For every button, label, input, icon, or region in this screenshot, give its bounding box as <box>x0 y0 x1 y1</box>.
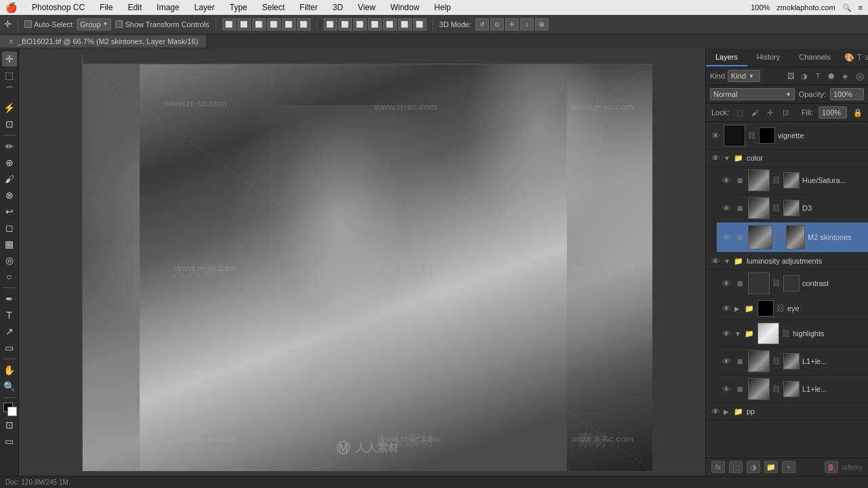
stamp-tool[interactable]: ⊗ <box>2 188 17 203</box>
filter-dropdown[interactable]: Kind ▼ <box>728 70 760 82</box>
gradient-tool[interactable]: ▦ <box>2 237 17 251</box>
pen-tool[interactable]: ✒ <box>2 291 17 306</box>
layer-d3[interactable]: 👁 ▦ ⛓ D3 <box>717 195 868 222</box>
dodge-tool[interactable]: ○ <box>2 269 17 284</box>
heal-tool[interactable]: ⊕ <box>2 155 17 170</box>
tab-close-icon[interactable]: ✕ <box>8 38 14 45</box>
fill-input[interactable]: 100% <box>818 106 847 119</box>
visibility-d3[interactable]: 👁 <box>721 203 732 214</box>
align-bottom-btn[interactable]: ⬜ <box>297 18 311 30</box>
dist-bottom-btn[interactable]: ⬜ <box>398 18 412 30</box>
delete-button[interactable]: 🗑 <box>825 461 838 473</box>
group-arrow-lum[interactable]: ▼ <box>724 258 730 265</box>
history-brush-tool[interactable]: ↩ <box>2 204 17 219</box>
layer-contrast[interactable]: 👁 ▦ ⛓ contrast <box>717 270 868 298</box>
opacity-input[interactable]: 100% <box>830 88 864 100</box>
mask-button[interactable]: ⬚ <box>729 461 743 473</box>
move-tool[interactable]: ✛ <box>2 52 17 66</box>
panel-icon-1[interactable]: 🎨 <box>844 53 854 62</box>
dist-left-btn[interactable]: ⬜ <box>323 18 337 30</box>
align-center-btn[interactable]: ⬜ <box>237 18 251 30</box>
visibility-pp[interactable]: 👁 <box>710 406 721 417</box>
layer-vignette[interactable]: 👁 ⛓ vignette <box>706 122 868 150</box>
layer-color-group[interactable]: 👁 ▼ 📁 color <box>706 150 868 167</box>
visibility-eye[interactable]: 👁 <box>721 303 732 314</box>
menu-filter[interactable]: Filter <box>297 1 321 14</box>
menu-3d[interactable]: 3D <box>330 1 346 14</box>
visibility-hue-sat[interactable]: 👁 <box>721 175 732 186</box>
tab-channels[interactable]: Channels <box>789 49 840 66</box>
zoom-tool[interactable]: 🔍 <box>2 379 17 394</box>
menu-edit[interactable]: Edit <box>125 1 144 14</box>
blend-mode-dropdown[interactable]: Normal ▼ <box>710 88 795 100</box>
visibility-highlights[interactable]: 👁 <box>721 328 732 339</box>
dist-right-btn[interactable]: ⬜ <box>353 18 367 30</box>
quick-mask-btn[interactable]: ⊡ <box>2 418 17 432</box>
align-middle-btn[interactable]: ⬜ <box>282 18 296 30</box>
lock-transparent-btn[interactable]: ⬚ <box>734 106 745 119</box>
new-layer-button[interactable]: + <box>782 461 795 473</box>
text-tool[interactable]: T <box>2 308 17 323</box>
group-arrow-highlights[interactable]: ▼ <box>734 330 741 338</box>
menu-help[interactable]: Help <box>431 1 454 14</box>
dist-center-btn[interactable]: ⬜ <box>338 18 352 30</box>
menu-image[interactable]: Image <box>154 1 182 14</box>
fx-button[interactable]: fx <box>711 461 725 473</box>
layer-l1le-1[interactable]: 👁 ▦ ⛓ L1+le... <box>717 348 868 375</box>
eyedropper-tool[interactable]: ✏ <box>2 139 17 154</box>
eraser-tool[interactable]: ◻ <box>2 220 17 235</box>
type-filter-icon[interactable]: T <box>812 70 823 81</box>
dist-top-btn[interactable]: ⬜ <box>368 18 382 30</box>
layer-m2-skintones[interactable]: 👁 ▦ ⛓ M2 skintones <box>717 222 868 253</box>
menu-type[interactable]: Type <box>226 1 250 14</box>
pixel-filter-icon[interactable]: 🖼 <box>785 70 796 81</box>
adj-filter-icon[interactable]: ◑ <box>799 70 810 81</box>
3d-roll-btn[interactable]: ⊙ <box>490 18 504 30</box>
menu-file[interactable]: File <box>97 1 115 14</box>
filter-toggle[interactable]: ◎ <box>856 70 864 81</box>
shape-tool[interactable]: ▭ <box>2 340 17 355</box>
lock-image-btn[interactable]: 🖌 <box>750 106 760 119</box>
align-right-btn[interactable]: ⬜ <box>252 18 266 30</box>
layer-lum-group[interactable]: 👁 ▼ 📁 luminosity adjustments <box>706 253 868 270</box>
group-arrow-eye[interactable]: ▶ <box>734 305 741 312</box>
path-select-tool[interactable]: ↗ <box>2 324 17 339</box>
dist-mid-btn[interactable]: ⬜ <box>383 18 397 30</box>
transform-controls-checkbox[interactable] <box>115 20 123 28</box>
layer-pp-group[interactable]: 👁 ▶ 📁 pp <box>706 403 868 420</box>
3d-scale-btn[interactable]: ⊞ <box>535 18 549 30</box>
layer-hue-sat[interactable]: 👁 ▦ ⛓ Hue/Satura... <box>717 167 868 195</box>
align-top-btn[interactable]: ⬜ <box>267 18 281 30</box>
lock-position-btn[interactable]: ✛ <box>766 106 776 119</box>
lock-artboard-btn[interactable]: ⊡ <box>781 106 791 119</box>
menu-layer[interactable]: Layer <box>191 1 217 14</box>
align-left-btn[interactable]: ⬜ <box>222 18 236 30</box>
3d-pan-btn[interactable]: ✛ <box>505 18 519 30</box>
shape-filter-icon[interactable]: ⬟ <box>826 70 837 81</box>
menu-photoshop[interactable]: Photoshop CC <box>29 1 87 14</box>
canvas[interactable]: www.rr-sc.com www.rr-sc.com www.rr-sc.co… <box>83 64 652 471</box>
layer-eye-group[interactable]: 👁 ▶ 📁 ⛓ eye <box>717 298 868 320</box>
visibility-l1le-1[interactable]: 👁 <box>721 356 732 367</box>
dist-space-btn[interactable]: ⬜ <box>413 18 427 30</box>
group-arrow-pp[interactable]: ▶ <box>724 408 730 415</box>
foreground-color[interactable] <box>2 401 17 416</box>
layer-l1le-2[interactable]: 👁 ▦ ⛓ L1+le... <box>717 375 868 403</box>
3d-slide-btn[interactable]: ↕ <box>520 18 534 30</box>
document-tab[interactable]: ✕ _BO16021.tif @ 66.7% (M2 skintones, La… <box>0 35 207 47</box>
menu-select[interactable]: Select <box>259 1 287 14</box>
lasso-tool[interactable]: ⌒ <box>2 84 17 99</box>
hand-tool[interactable]: ✋ <box>2 363 17 378</box>
apple-menu[interactable]: 🍎 <box>5 2 17 13</box>
auto-select-dropdown[interactable]: Group ▼ <box>77 18 112 30</box>
menu-window[interactable]: Window <box>388 1 422 14</box>
layer-highlights-group[interactable]: 👁 ▼ 📁 ⛓ highlights <box>717 320 868 348</box>
tab-history[interactable]: History <box>747 49 789 66</box>
crop-tool[interactable]: ⊡ <box>2 117 17 131</box>
adj-button[interactable]: ◑ <box>747 461 760 473</box>
smart-filter-icon[interactable]: ◈ <box>840 70 850 81</box>
panel-icon-3[interactable]: ≡ <box>865 53 868 62</box>
blur-tool[interactable]: ◎ <box>2 253 17 268</box>
3d-rotate-btn[interactable]: ↺ <box>475 18 489 30</box>
visibility-color[interactable]: 👁 <box>710 152 721 163</box>
